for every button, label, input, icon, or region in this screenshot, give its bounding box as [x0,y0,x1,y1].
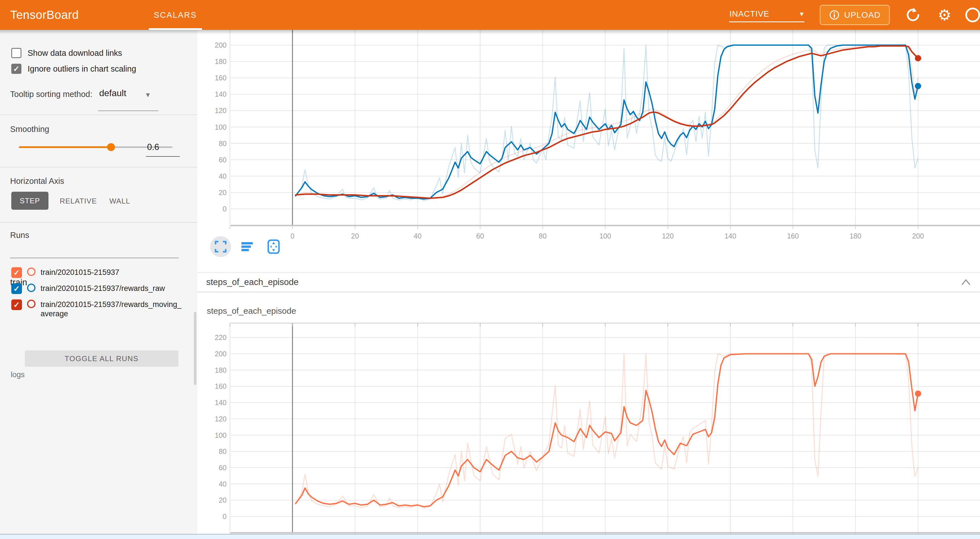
bottom-scrollbar-strip[interactable] [0,534,980,539]
svg-text:40: 40 [219,172,226,180]
chevron-down-icon: ▾ [146,90,150,99]
section-header-steps[interactable]: steps_of_each_episode [197,272,980,292]
refresh-button[interactable] [905,6,921,23]
svg-text:40: 40 [219,480,226,488]
svg-text:60: 60 [476,232,484,240]
show-download-links-row: Show data download links [11,48,122,58]
run-color-circle[interactable] [27,268,35,276]
svg-text:180: 180 [850,232,861,240]
runs-label: Runs [10,231,29,240]
run-label: train/20201015-215937/rewards_raw [41,284,183,293]
slider-fill [19,146,111,148]
svg-text:160: 160 [787,232,799,240]
axis-mode-wall[interactable]: WALL [109,197,130,206]
value-underline [146,156,180,157]
slider-thumb[interactable] [107,143,115,151]
steps-chart-card: steps_of_each_episode 020406080100120140… [197,293,980,534]
tooltip-sorting-label: Tooltip sorting method: [10,90,92,99]
upload-button[interactable]: UPLOAD [820,5,890,25]
svg-text:40: 40 [414,232,422,240]
svg-text:120: 120 [215,415,226,423]
sidebar-scrollbar[interactable] [194,312,196,385]
logs-label: logs [11,370,25,379]
refresh-icon [905,8,920,22]
axis-mode-relative[interactable]: RELATIVE [60,197,97,206]
run-checkbox-red[interactable]: ✓ [11,300,22,310]
smoothing-value-input[interactable]: 0.6 [146,142,180,152]
svg-text:220: 220 [215,333,226,341]
svg-text:200: 200 [215,41,226,49]
checkbox-checked[interactable]: ✓ [11,64,21,74]
svg-text:120: 120 [662,232,674,240]
horizontal-axis-label: Horizontal Axis [10,177,64,186]
run-label: train/20201015-215937 [41,268,183,277]
svg-text:100: 100 [215,431,226,439]
checkbox-unchecked[interactable] [11,48,21,58]
run-row: ✓ train/20201015-215937 [11,267,183,278]
chart-toolbar [210,236,284,257]
svg-text:160: 160 [215,382,226,390]
app-title: TensorBoard [10,8,79,22]
main-content: 0204060801001201401601802000204060801001… [197,30,980,539]
svg-text:0: 0 [223,512,226,520]
rewards-chart-card: 0204060801001201401601802000204060801001… [197,30,980,272]
section-title: steps_of_each_episode [206,277,298,287]
status-dropdown[interactable]: INACTIVE ▾ [729,8,805,22]
chevron-down-icon: ▾ [800,10,804,18]
divider [0,222,197,223]
svg-text:180: 180 [215,57,226,65]
tab-scalars[interactable]: SCALARS [151,0,199,30]
rewards-chart[interactable]: 0204060801001201401601802000204060801001… [197,30,980,272]
settings-sidebar: Show data download links ✓ Ignore outlie… [0,30,197,539]
svg-text:80: 80 [219,447,226,455]
help-icon[interactable] [965,8,980,22]
expand-icon [215,241,227,253]
svg-text:120: 120 [215,107,226,115]
toggle-all-runs-button[interactable]: TOGGLE ALL RUNS [25,351,178,367]
smoothing-label: Smoothing [10,124,49,134]
steps-chart[interactable]: 020406080100120140160180200220 [197,293,980,534]
svg-text:0: 0 [291,232,294,240]
checkbox-label: Ignore outliers in chart scaling [28,64,136,73]
upload-label: UPLOAD [844,10,881,20]
fit-data-icon [267,239,280,254]
divider [0,167,197,167]
run-row: ✓ train/20201015-215937/rewards_raw [11,283,183,294]
run-checkbox-blue[interactable]: ✓ [11,283,22,294]
app-header: TensorBoard SCALARS INACTIVE ▾ UPLOAD [0,0,980,30]
run-color-circle[interactable] [27,300,35,308]
svg-text:140: 140 [215,399,226,407]
gear-icon: ⚙ [938,7,951,22]
svg-text:80: 80 [219,140,226,147]
run-checkbox-orange[interactable]: ✓ [11,267,22,278]
svg-text:160: 160 [215,74,226,82]
select-underline [98,110,158,111]
ignore-outliers-row: ✓ Ignore outliers in chart scaling [11,64,136,74]
chevron-up-icon[interactable] [960,279,972,286]
tab-active-indicator [149,28,202,30]
checkbox-label: Show data download links [28,48,122,58]
svg-text:100: 100 [215,123,226,131]
toggle-y-axis-button[interactable] [237,236,258,257]
svg-text:180: 180 [215,366,226,374]
svg-text:100: 100 [599,232,611,240]
svg-text:20: 20 [351,232,359,240]
header-actions: INACTIVE ▾ UPLOAD ⚙ [729,5,980,25]
expand-chart-button[interactable] [210,236,231,257]
svg-text:200: 200 [215,350,226,358]
svg-text:20: 20 [219,496,226,504]
tab-scalars-label: SCALARS [154,10,197,20]
svg-text:60: 60 [219,464,226,472]
svg-text:80: 80 [539,232,547,240]
svg-text:0: 0 [223,205,226,213]
fit-domain-button[interactable] [263,236,284,257]
axis-mode-step[interactable]: STEP [11,192,48,210]
run-label: train/20201015-215937/rewards_moving_ave… [41,300,183,319]
svg-text:140: 140 [724,232,736,240]
tooltip-sorting-select[interactable]: default [99,88,126,98]
tensorboard-app: TensorBoard SCALARS INACTIVE ▾ UPLOAD [0,0,980,539]
run-color-circle[interactable] [27,284,35,292]
run-row: ✓ train/20201015-215937/rewards_moving_a… [11,300,183,319]
status-label: INACTIVE [730,9,770,19]
settings-button[interactable]: ⚙ [936,6,953,23]
